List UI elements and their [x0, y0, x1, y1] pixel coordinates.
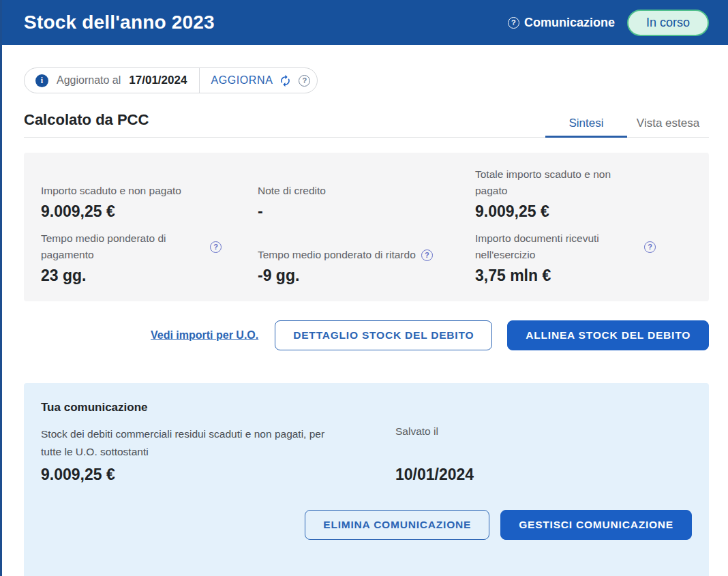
allinea-stock-button[interactable]: ALLINEA STOCK DEL DEBITO: [507, 320, 709, 350]
metric-label: Tempo medio ponderato di ritardo: [258, 247, 416, 263]
saved-on-label: Salvato il: [395, 425, 692, 438]
metric-help-icon[interactable]: ?: [210, 241, 222, 253]
update-info: i Aggiornato al 17/01/2024: [25, 68, 199, 93]
pcc-metrics-card: Importo scaduto e non pagato 9.009,25 € …: [24, 153, 709, 301]
communication-actions: ELIMINA COMUNICAZIONE GESTISCI COMUNICAZ…: [41, 510, 692, 540]
metric-value: -9 gg.: [258, 267, 475, 285]
tab-sintesi[interactable]: Sintesi: [545, 112, 627, 138]
page: Stock dell'anno 2023 ? Comunicazione In …: [0, 0, 728, 576]
metric-note-credito: Note di credito -: [258, 166, 475, 221]
communication-card-body: Stock dei debiti commerciali residui sca…: [41, 425, 692, 484]
metric-label: Tempo medio ponderato di pagamento: [41, 230, 204, 263]
metric-label: Importo documenti ricevuti nell'esercizi…: [475, 230, 639, 263]
metric-totale-importo: Totale importo scaduto e non pagato 9.00…: [475, 166, 692, 221]
question-circle-icon: ?: [508, 17, 519, 29]
metric-help-icon[interactable]: ?: [421, 249, 433, 261]
update-bar: i Aggiornato al 17/01/2024 AGGIORNA ?: [24, 67, 318, 93]
stock-summary: Stock dei debiti commerciali residui sca…: [41, 425, 395, 484]
refresh-icon: [279, 74, 292, 87]
communication-card-title: Tua comunicazione: [41, 401, 692, 414]
metric-help-icon[interactable]: ?: [644, 241, 656, 253]
elimina-comunicazione-button[interactable]: ELIMINA COMUNICAZIONE: [305, 510, 489, 540]
metric-label: Note di credito: [258, 183, 326, 199]
info-icon: i: [35, 74, 48, 87]
page-title: Stock dell'anno 2023: [24, 12, 215, 33]
metric-importo-scaduto: Importo scaduto e non pagato 9.009,25 €: [41, 166, 258, 221]
uo-amounts-link[interactable]: Vedi importi per U.O.: [151, 329, 258, 342]
view-tabs: Sintesi Vista estesa: [545, 112, 709, 138]
status-badge: In corso: [627, 10, 709, 36]
metric-label: Importo scaduto e non pagato: [41, 183, 181, 199]
metric-tempo-pagamento: Tempo medio ponderato di pagamento ? 23 …: [41, 230, 258, 285]
refresh-help-icon[interactable]: ?: [299, 75, 310, 87]
updated-at-date: 17/01/2024: [129, 74, 187, 87]
metric-value: 23 gg.: [41, 267, 258, 285]
metric-label: Totale importo scaduto e non pagato: [475, 166, 639, 199]
communication-help[interactable]: ? Comunicazione: [508, 16, 615, 30]
updated-at-label: Aggiornato al: [57, 74, 121, 87]
saved-on-value: 10/01/2024: [395, 466, 692, 484]
metric-value: -: [258, 202, 475, 221]
dettaglio-stock-button[interactable]: DETTAGLIO STOCK DEL DEBITO: [275, 320, 492, 350]
stock-summary-value: 9.009,25 €: [41, 466, 395, 484]
stock-summary-label: Stock dei debiti commerciali residui sca…: [41, 425, 335, 460]
pcc-actions-row: Vedi importi per U.O. DETTAGLIO STOCK DE…: [24, 320, 709, 350]
metric-value: 9.009,25 €: [475, 202, 692, 221]
section-title: Calcolato da PCC: [24, 111, 149, 137]
pcc-section-head: Calcolato da PCC Sintesi Vista estesa: [24, 111, 709, 138]
update-actions: AGGIORNA ?: [199, 68, 317, 93]
saved-on: Salvato il 10/01/2024: [395, 425, 692, 484]
gestisci-comunicazione-button[interactable]: GESTISCI COMUNICAZIONE: [500, 510, 692, 540]
communication-label: Comunicazione: [524, 16, 615, 30]
header-right: ? Comunicazione In corso: [508, 10, 709, 36]
refresh-button-label: AGGIORNA: [211, 74, 273, 87]
refresh-button[interactable]: AGGIORNA: [211, 74, 292, 87]
communication-card: Tua comunicazione Stock dei debiti comme…: [24, 383, 709, 576]
metric-tempo-ritardo: Tempo medio ponderato di ritardo ? -9 gg…: [258, 230, 475, 285]
metric-value: 9.009,25 €: [41, 202, 258, 221]
metric-importo-documenti: Importo documenti ricevuti nell'esercizi…: [475, 230, 692, 285]
tab-vista-estesa[interactable]: Vista estesa: [627, 112, 709, 138]
header: Stock dell'anno 2023 ? Comunicazione In …: [2, 0, 728, 45]
metric-value: 3,75 mln €: [475, 267, 692, 285]
main-content: i Aggiornato al 17/01/2024 AGGIORNA ? Ca…: [2, 45, 728, 576]
